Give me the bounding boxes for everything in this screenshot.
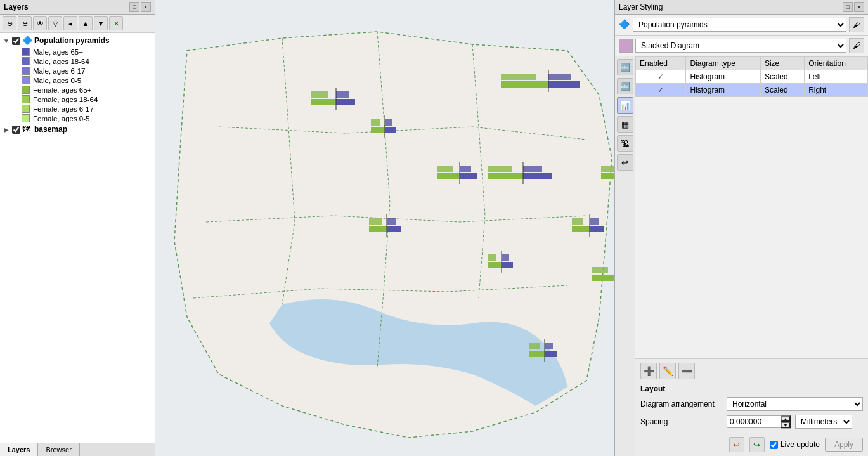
legend-item: Female, ages 0-5	[19, 114, 155, 123]
minimize-button[interactable]: □	[129, 2, 139, 12]
diagram-table: Enabled Diagram type Size Orientation ✓ …	[635, 56, 868, 97]
styling-close-button[interactable]: ×	[854, 2, 864, 12]
population-legend-items: Male, ages 65+Male, ages 18-64Male, ages…	[0, 47, 155, 123]
labels-icon-button[interactable]: 🔤	[617, 78, 633, 94]
layout-section-title: Layout	[640, 384, 863, 393]
svg-rect-38	[590, 226, 604, 232]
layers-header-buttons: □ ×	[129, 2, 151, 12]
rendering-icon-button[interactable]: 🏗	[617, 135, 633, 152]
expand-icon-basemap: ▶	[3, 126, 10, 133]
row2-enabled[interactable]: ✓	[636, 84, 686, 97]
spinner-down[interactable]: ▼	[781, 422, 791, 428]
spacing-unit-select[interactable]: Millimeters	[795, 415, 852, 429]
styling-action-button[interactable]: 🖌	[849, 17, 864, 32]
layer-name-dropdown[interactable]: Population pyramids	[633, 18, 846, 32]
tab-browser[interactable]: Browser	[38, 443, 79, 456]
edit-row-button[interactable]: ✏️	[659, 363, 676, 379]
svg-rect-22	[601, 166, 614, 172]
basemap-layer-label: basemap	[34, 125, 67, 134]
styling-bottom: ➕ ✏️ ➖ Layout Diagram arrangement Horizo…	[635, 358, 868, 456]
layer-group-basemap: ▶ 🗺 basemap	[0, 123, 155, 136]
population-layer-label: Population pyramids	[34, 36, 110, 45]
layer-small-icon: 🔷	[619, 19, 630, 30]
row1-type: Histogram	[686, 70, 760, 84]
row2-type: Histogram	[686, 84, 760, 97]
spacing-input[interactable]	[727, 415, 781, 428]
row1-enabled[interactable]: ✓	[636, 70, 686, 84]
svg-rect-32	[369, 218, 382, 225]
remove-row-button[interactable]: ➖	[678, 363, 695, 379]
svg-rect-1	[501, 81, 548, 88]
basemap-layer-checkbox[interactable]	[12, 126, 20, 134]
mask-icon-button[interactable]: ▦	[617, 116, 633, 133]
diagram-type-dropdown[interactable]: Stacked Diagram	[635, 39, 846, 53]
add-layer-button[interactable]: ⊕	[3, 16, 16, 30]
col-header-orientation: Orientation	[805, 57, 868, 70]
table-row[interactable]: ✓ Histogram Scaled Left	[636, 70, 868, 84]
svg-rect-4	[548, 74, 571, 80]
move-down-button[interactable]: ▼	[94, 16, 108, 30]
live-update-label: Live update	[770, 440, 820, 449]
spinner-up[interactable]: ▲	[781, 415, 791, 422]
styling-panel-title: Layer Styling	[619, 3, 663, 11]
svg-rect-16	[488, 173, 523, 179]
layer-group-basemap-header[interactable]: ▶ 🗺 basemap	[0, 123, 155, 136]
styling-main: Enabled Diagram type Size Orientation ✓ …	[635, 56, 868, 358]
apply-row: ↩ ↪ Live update Apply	[640, 433, 863, 452]
svg-rect-26	[371, 127, 385, 133]
diagram-type-action-button[interactable]: 🖌	[849, 38, 864, 53]
tab-layers[interactable]: Layers	[0, 443, 38, 456]
collapse-all-button[interactable]: ◂	[63, 16, 77, 30]
move-up-button[interactable]: ▲	[79, 16, 93, 30]
legend-item: Female, ages 6-17	[19, 104, 155, 114]
styling-layer-row: 🔷 Population pyramids 🖌	[615, 15, 868, 36]
layer-group-population-header[interactable]: ▼ 🔷 Population pyramids	[0, 34, 155, 47]
styling-minimize-button[interactable]: □	[843, 2, 853, 12]
variables-icon-button[interactable]: ↩	[617, 154, 633, 171]
svg-rect-28	[385, 127, 396, 133]
row-buttons: ➕ ✏️ ➖	[640, 363, 863, 379]
population-layer-icon: 🔷	[22, 36, 32, 46]
remove-layer-button[interactable]: ⊖	[18, 16, 32, 30]
styling-content: Enabled Diagram type Size Orientation ✓ …	[635, 56, 868, 456]
svg-rect-12	[437, 166, 453, 172]
legend-item: Male, ages 0-5	[19, 75, 155, 85]
svg-rect-43	[502, 262, 513, 268]
svg-rect-27	[371, 119, 380, 126]
spinner-buttons: ▲ ▼	[781, 415, 791, 429]
svg-rect-8	[336, 99, 355, 105]
svg-rect-29	[385, 119, 392, 126]
population-layer-checkbox[interactable]	[12, 37, 20, 45]
svg-rect-19	[523, 166, 542, 172]
layers-tree: ▼ 🔷 Population pyramids Male, ages 65+Ma…	[0, 33, 155, 443]
svg-rect-18	[523, 173, 552, 179]
table-row[interactable]: ✓ Histogram Scaled Right	[636, 84, 868, 97]
svg-rect-31	[369, 226, 387, 232]
expand-icon: ▼	[3, 37, 10, 44]
svg-rect-44	[502, 254, 509, 261]
svg-rect-42	[488, 254, 496, 261]
remove-icon-button[interactable]: ✕	[109, 16, 123, 30]
toggle-visibility-button[interactable]: 👁	[33, 16, 47, 30]
diagram-arrangement-select[interactable]: Horizontal	[727, 397, 863, 411]
side-icons: 🔤 🔤 📊 ▦ 🏗 ↩	[615, 56, 635, 456]
layers-toolbar: ⊕ ⊖ 👁 ▽ ◂ ▲ ▼ ✕	[0, 15, 155, 33]
close-button[interactable]: ×	[141, 2, 151, 12]
map-area[interactable]	[155, 0, 614, 456]
svg-rect-41	[488, 262, 502, 268]
undo-button[interactable]: ↩	[729, 437, 744, 452]
row2-size: Scaled	[760, 84, 804, 97]
col-header-size: Size	[760, 57, 804, 70]
add-row-button[interactable]: ➕	[640, 363, 657, 379]
legend-item: Female, ages 18-64	[19, 94, 155, 104]
redo-button[interactable]: ↪	[749, 437, 765, 452]
svg-rect-59	[545, 343, 553, 349]
live-update-checkbox[interactable]	[770, 441, 778, 449]
legend-icon-button[interactable]: 🔤	[617, 59, 633, 75]
svg-rect-14	[460, 166, 471, 172]
col-header-type: Diagram type	[686, 57, 760, 70]
diagrams-icon-button[interactable]: 📊	[617, 97, 633, 114]
col-header-enabled: Enabled	[636, 57, 686, 70]
filter-button[interactable]: ▽	[48, 16, 62, 30]
apply-button[interactable]: Apply	[825, 438, 863, 452]
